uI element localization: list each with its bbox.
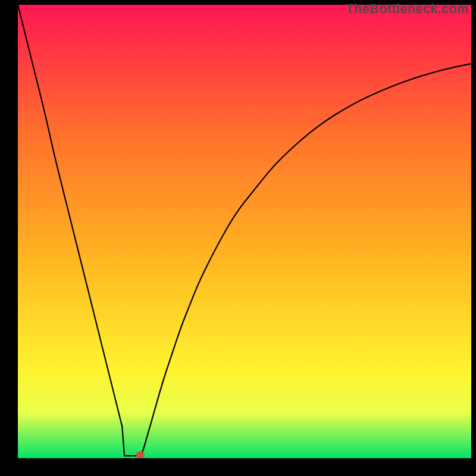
gradient-background [18, 5, 471, 458]
watermark-text: TheBottleneck.com [346, 1, 469, 17]
chart-frame: TheBottleneck.com [0, 0, 476, 476]
chart-svg [18, 5, 471, 458]
optimal-marker [136, 451, 145, 458]
plot-area [18, 5, 471, 458]
